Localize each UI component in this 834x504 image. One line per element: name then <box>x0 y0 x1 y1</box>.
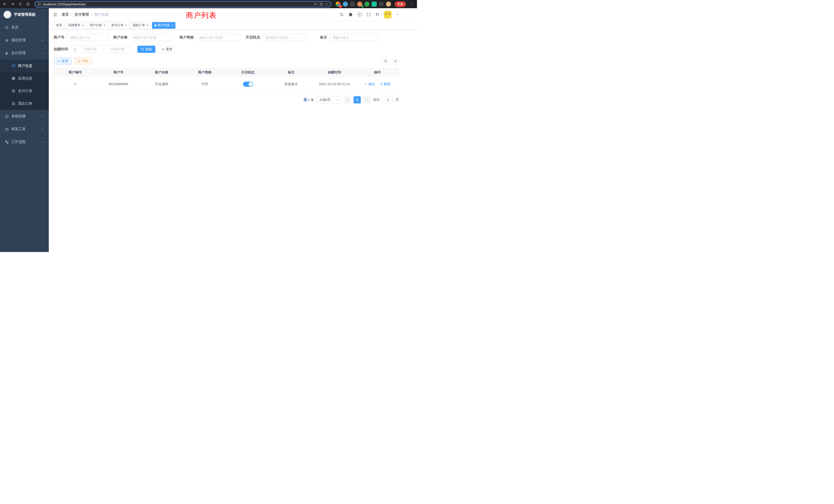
col-merchant-no: 商户号 <box>97 68 140 77</box>
forward-button[interactable] <box>9 1 16 7</box>
col-full-name: 商户全称 <box>140 68 183 77</box>
top-navbar: 首页 / 支付管理 / 商户信息 商户列表 ? TT <box>49 8 417 21</box>
grammar-extension-icon[interactable] <box>372 2 377 7</box>
short-name-input[interactable] <box>196 34 240 41</box>
cell-merchant-no: M233666999 <box>97 77 140 91</box>
close-icon[interactable]: × <box>171 24 173 27</box>
page-size-select[interactable]: 10条/页 <box>316 96 341 104</box>
create-time-label: 创建时间 <box>54 47 68 51</box>
chevron-down-icon <box>41 39 44 42</box>
cell-remark: 我是备注 <box>270 77 313 91</box>
tab-user-group[interactable]: 用户分组 × <box>87 22 108 29</box>
tab-home[interactable]: 首页 <box>54 22 64 29</box>
sidebar-item-home[interactable]: 首页 <box>0 21 49 34</box>
merchant-no-input[interactable] <box>67 34 108 41</box>
hamburger-icon[interactable] <box>53 12 58 17</box>
delete-link[interactable]: 删除 <box>380 82 391 87</box>
search-button[interactable]: 搜索 <box>137 46 155 53</box>
sidebar-logo[interactable]: 芋道管理系统 <box>0 8 49 21</box>
sidebar-item-workflow[interactable]: 工作流程 <box>0 136 49 148</box>
extensions-icon[interactable]: 10 <box>336 2 341 7</box>
chevron-right-icon <box>366 98 369 101</box>
pin-extension-icon[interactable] <box>379 2 384 7</box>
remark-input[interactable] <box>330 34 377 41</box>
full-name-input[interactable] <box>130 34 174 41</box>
sidebar-item-pay-order[interactable]: 支付订单 <box>0 85 49 97</box>
extensions-badge: 10 <box>338 5 342 8</box>
status-toggle[interactable] <box>243 82 253 87</box>
sidebar-item-merchant-info[interactable]: 商户信息 <box>0 60 49 72</box>
active-dot <box>154 24 156 26</box>
user-avatar[interactable] <box>384 11 392 19</box>
search-icon[interactable] <box>339 12 344 17</box>
sidebar-item-label: 研发工具 <box>11 127 26 131</box>
fullscreen-icon[interactable] <box>367 12 371 17</box>
workflow-icon <box>5 140 9 144</box>
refresh-icon <box>161 48 164 51</box>
breadcrumb: 首页 / 支付管理 / 商户信息 <box>62 12 109 17</box>
address-bar[interactable]: localhost:1024/pay/merchant ☆ <box>35 1 331 7</box>
page-number-1[interactable]: 1 <box>354 96 361 104</box>
goto-page-input[interactable] <box>382 96 393 103</box>
avatar-caret-down-icon[interactable] <box>396 13 399 16</box>
breadcrumb-pay[interactable]: 支付管理 <box>74 12 89 17</box>
home-icon <box>26 2 30 6</box>
font-size-icon[interactable]: TT <box>375 12 379 17</box>
end-date-placeholder: 结束日期 <box>107 47 129 51</box>
table-toolbar: 新增 导出 <box>54 58 399 65</box>
tab-pay-order[interactable]: 支付订单 × <box>109 22 129 29</box>
close-icon[interactable]: × <box>147 24 148 27</box>
chevron-down-icon <box>336 98 339 101</box>
browser-update-button[interactable]: 更新 <box>395 1 406 7</box>
red-annotation-text: 商户列表 <box>186 10 217 20</box>
add-button[interactable]: 新增 <box>54 58 72 65</box>
key-icon[interactable] <box>314 2 317 6</box>
sidebar-item-label: 商户信息 <box>18 64 32 68</box>
help-icon[interactable]: ? <box>357 12 362 17</box>
sidebar-item-app-info[interactable]: 应用信息 <box>0 72 49 85</box>
cell-short-name: 芋艿 <box>183 77 226 91</box>
reset-button[interactable]: 重置 <box>158 46 176 53</box>
document-icon <box>11 101 16 106</box>
sidebar-item-system[interactable]: 系统管理 <box>0 34 49 47</box>
home-button[interactable] <box>25 1 31 7</box>
github-icon[interactable] <box>348 12 353 17</box>
close-icon[interactable]: × <box>104 24 105 27</box>
prev-page-button[interactable] <box>344 96 351 104</box>
export-button[interactable]: 导出 <box>74 58 92 65</box>
profile-extension-icon[interactable]: 1 <box>357 2 362 7</box>
url-text[interactable]: localhost:1024/pay/merchant <box>43 2 312 6</box>
app-title: 芋道管理系统 <box>14 12 36 17</box>
dark-extension-icon[interactable] <box>350 2 355 7</box>
logo-avatar <box>4 11 11 19</box>
drop-extension-icon[interactable] <box>343 2 348 7</box>
bookmark-star-icon[interactable]: ☆ <box>325 2 328 6</box>
sidebar-item-label: 支付订单 <box>18 89 32 93</box>
sidebar-item-refund-order[interactable]: 退款订单 <box>0 97 49 110</box>
col-actions: 操作 <box>356 68 399 77</box>
share-icon[interactable] <box>320 2 323 6</box>
next-page-button[interactable] <box>363 96 371 104</box>
sidebar-item-infra[interactable]: 基础设施 <box>0 110 49 123</box>
sidebar-item-pay[interactable]: ¥ 支付管理 <box>0 47 49 60</box>
merchant-no-label: 商户号 <box>54 35 64 40</box>
breadcrumb-home[interactable]: 首页 <box>62 12 69 17</box>
browser-menu-icon[interactable]: ⋮ <box>409 2 414 6</box>
back-button[interactable] <box>2 1 8 7</box>
show-search-toggle-button[interactable] <box>382 58 389 65</box>
sidebar-item-devtools[interactable]: 研发工具 <box>0 123 49 136</box>
tab-process-form[interactable]: 流程表单 × <box>66 22 86 29</box>
tab-merchant-info[interactable]: 商户信息 × <box>152 22 175 29</box>
refresh-table-button[interactable] <box>392 58 399 65</box>
tab-refund-order[interactable]: 退款订单 × <box>130 22 151 29</box>
reload-button[interactable] <box>17 1 24 7</box>
shield-extension-icon[interactable] <box>364 2 370 7</box>
status-select[interactable] <box>263 34 308 41</box>
chevron-left-icon <box>346 98 349 101</box>
close-icon[interactable]: × <box>82 24 84 27</box>
avatar-extension-icon[interactable] <box>386 2 391 7</box>
edit-link[interactable]: 修改 <box>364 82 375 87</box>
info-icon[interactable] <box>38 2 41 6</box>
create-time-range-picker[interactable]: 开始日期 - 结束日期 <box>71 46 132 53</box>
close-icon[interactable]: × <box>125 24 127 27</box>
